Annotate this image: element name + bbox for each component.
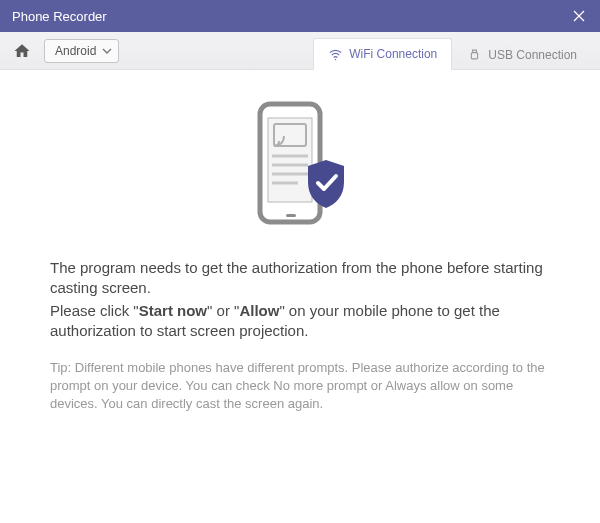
instruction-line-2: Please click "Start now" or "Allow" on y…: [50, 301, 550, 342]
start-now-keyword: Start now: [139, 302, 207, 319]
titlebar: Phone Recorder: [0, 0, 600, 32]
chevron-down-icon: [102, 46, 112, 56]
tab-usb-label: USB Connection: [488, 48, 577, 62]
home-icon: [13, 42, 31, 60]
allow-keyword: Allow: [239, 302, 279, 319]
tab-usb[interactable]: USB Connection: [452, 38, 592, 70]
instruction-line-1: The program needs to get the authorizati…: [50, 258, 550, 299]
phone-shield-icon: [244, 100, 356, 230]
tip-text: Tip: Different mobile phones have differ…: [50, 359, 550, 414]
tab-wifi-label: WiFi Connection: [349, 47, 437, 61]
wifi-icon: [328, 47, 343, 62]
close-icon: [573, 10, 585, 22]
connection-tabs: WiFi Connection USB Connection: [313, 32, 592, 69]
tab-wifi[interactable]: WiFi Connection: [313, 38, 452, 70]
home-button[interactable]: [8, 37, 36, 65]
toolbar: Android WiFi Connection USB Connection: [0, 32, 600, 70]
main-content: The program needs to get the authorizati…: [0, 70, 600, 434]
platform-dropdown[interactable]: Android: [44, 39, 119, 63]
usb-icon: [467, 47, 482, 62]
instruction-text: The program needs to get the authorizati…: [50, 258, 550, 341]
svg-point-2: [335, 58, 337, 60]
close-button[interactable]: [558, 0, 600, 32]
window-title: Phone Recorder: [12, 9, 107, 24]
platform-selected-label: Android: [55, 44, 96, 58]
svg-rect-6: [286, 214, 296, 217]
svg-rect-3: [472, 53, 478, 59]
phone-illustration: [50, 100, 550, 230]
